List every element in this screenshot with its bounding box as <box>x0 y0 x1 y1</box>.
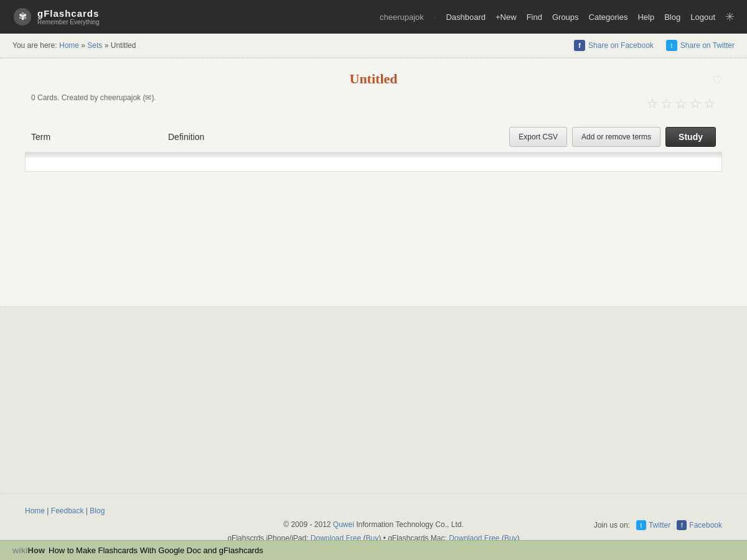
email-icon: ✉ <box>145 93 151 102</box>
breadcrumb-sep2: » <box>105 41 111 50</box>
twitter-small-icon: t <box>636 520 646 530</box>
breadcrumb-prefix: You are here: <box>12 41 57 50</box>
nav-dot: · <box>434 12 436 22</box>
nav-help[interactable]: Help <box>637 12 654 22</box>
breadcrumb-current: Untitled <box>111 41 136 50</box>
footer-nav-links: Home | Feedback | Blog <box>25 506 722 515</box>
footer-facebook-label: Facebook <box>689 521 722 530</box>
twitter-icon: t <box>666 40 677 51</box>
logo-area: ✾ gFlashcards Remember Everything <box>12 7 99 27</box>
share-twitter-label: Share on Twitter <box>680 41 735 50</box>
star-1[interactable]: ☆ <box>646 96 659 112</box>
share-links: f Share on Facebook t Share on Twitter <box>574 40 735 51</box>
star-3[interactable]: ☆ <box>675 96 687 112</box>
email-link[interactable]: ✉ <box>145 93 151 102</box>
logo-title: gFlashcards <box>37 8 99 19</box>
logo-subtitle: Remember Everything <box>37 19 99 26</box>
join-us-label: Join us on: <box>594 521 630 530</box>
breadcrumb-sep1: » <box>81 41 87 50</box>
share-facebook-link[interactable]: f Share on Facebook <box>574 40 654 51</box>
heart-icon[interactable]: ♡ <box>712 73 722 87</box>
nav-groups[interactable]: Groups <box>552 12 579 22</box>
empty-row <box>26 154 721 157</box>
created-by-label: Created by cheerupajok <box>62 93 141 102</box>
breadcrumb: You are here: Home » Sets » Untitled <box>12 41 136 50</box>
breadcrumb-bar: You are here: Home » Sets » Untitled f S… <box>0 34 747 58</box>
breadcrumb-sets[interactable]: Sets <box>87 41 102 50</box>
nav-blog[interactable]: Blog <box>664 12 680 22</box>
svg-text:✾: ✾ <box>19 11 27 22</box>
star-4[interactable]: ☆ <box>689 96 702 112</box>
nav-logout[interactable]: Logout <box>690 12 715 22</box>
add-remove-button[interactable]: Add or remove terms <box>572 127 660 147</box>
cards-list <box>25 153 722 172</box>
action-buttons: Export CSV Add or remove terms Study <box>509 127 716 147</box>
star-2[interactable]: ☆ <box>660 96 673 112</box>
settings-icon[interactable]: ✳ <box>725 10 735 24</box>
nav-username: cheerupajok <box>380 12 424 22</box>
wikihow-logo: wikiHow <box>12 546 45 555</box>
footer-company: Quwei <box>333 520 354 529</box>
wikihow-bar: wikiHow How to Make Flashcards With Goog… <box>0 540 747 560</box>
main-content: Untitled ♡ 0 Cards. Created by cheerupaj… <box>0 58 747 493</box>
facebook-icon: f <box>574 40 585 51</box>
navbar: ✾ gFlashcards Remember Everything cheeru… <box>0 0 747 34</box>
footer-company-link[interactable]: Quwei <box>333 520 354 529</box>
nav-find[interactable]: Find <box>527 12 542 22</box>
footer-twitter-label: Twitter <box>649 521 670 530</box>
footer-facebook-link[interactable]: f Facebook <box>677 520 722 530</box>
share-facebook-label: Share on Facebook <box>588 41 654 50</box>
cards-count: 0 Cards. <box>31 93 59 102</box>
nav-dashboard[interactable]: Dashboard <box>446 12 486 22</box>
nav-links: cheerupajok · Dashboard +New Find Groups… <box>380 10 735 24</box>
footer-twitter-link[interactable]: t Twitter <box>636 520 670 530</box>
set-title-area: Untitled ♡ <box>25 71 722 87</box>
footer-feedback-link[interactable]: Feedback <box>51 506 84 515</box>
footer: Home | Feedback | Blog © 2009 - 2012 Quw… <box>0 493 747 543</box>
share-twitter-link[interactable]: t Share on Twitter <box>666 40 735 51</box>
how-text: How <box>28 546 45 555</box>
logo-icon: ✾ <box>12 7 32 27</box>
breadcrumb-home[interactable]: Home <box>59 41 79 50</box>
facebook-small-icon: f <box>677 520 687 530</box>
col-term-header: Term <box>31 132 156 142</box>
footer-home-link[interactable]: Home <box>25 506 45 515</box>
nav-new[interactable]: +New <box>496 12 517 22</box>
nav-categories[interactable]: Categories <box>589 12 628 22</box>
content-area: Untitled ♡ 0 Cards. Created by cheerupaj… <box>0 58 747 307</box>
footer-blog-link[interactable]: Blog <box>90 506 105 515</box>
export-csv-button[interactable]: Export CSV <box>509 127 567 147</box>
col-definition-header: Definition <box>168 132 497 142</box>
wiki-text: wiki <box>12 546 28 555</box>
study-button[interactable]: Study <box>665 127 716 147</box>
set-title: Untitled <box>25 71 722 87</box>
footer-copyright: © 2009 - 2012 <box>283 520 333 529</box>
star-5[interactable]: ☆ <box>703 96 716 112</box>
wikihow-description: How to Make Flashcards With Google Doc a… <box>49 546 263 555</box>
logo-text: gFlashcards Remember Everything <box>37 8 99 26</box>
footer-company-rest: Information Technology Co., Ltd. <box>354 520 464 529</box>
table-header-row: Term Definition Export CSV Add or remove… <box>25 122 722 153</box>
